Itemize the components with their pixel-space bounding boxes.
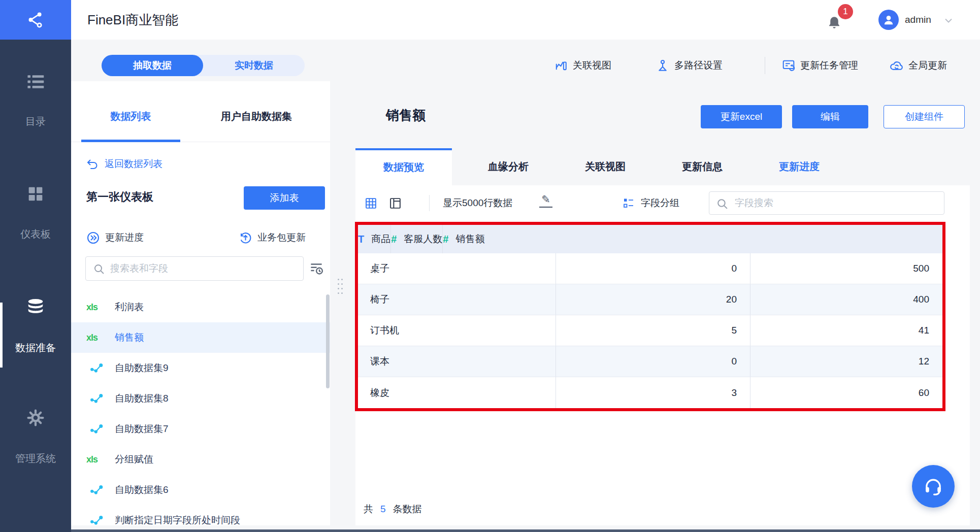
add-table-button[interactable]: 添加表: [244, 186, 325, 210]
customer-service-button[interactable]: [912, 465, 955, 508]
list-item[interactable]: xls 自助数据集9: [71, 353, 330, 383]
action-label: 全局更新: [908, 59, 947, 72]
headset-icon: [923, 476, 944, 497]
window-bottom-edge: [71, 529, 980, 532]
cloud-refresh-icon: [890, 59, 903, 73]
dataset-icon: [86, 515, 107, 525]
multipath-icon: [656, 59, 669, 72]
table-row: 课本 0 12: [358, 346, 942, 377]
tab-label: 数据预览: [383, 161, 424, 173]
package-update-icon: [239, 231, 252, 245]
detail-tab[interactable]: 数据预览: [355, 148, 452, 185]
list-item[interactable]: xls 自助数据集6: [71, 475, 330, 505]
row-limit-label: 显示5000行数据: [443, 191, 512, 215]
back-link-label: 返回数据列表: [105, 157, 162, 171]
gear-icon: [27, 409, 44, 426]
database-icon: [26, 298, 45, 316]
sidebar-item-data-prep[interactable]: 数据准备: [0, 298, 71, 355]
grid-view-icon[interactable]: [365, 197, 377, 212]
field-type-icon: #: [391, 234, 397, 245]
tab-data-list[interactable]: 数据列表: [84, 102, 178, 142]
table-row: 桌子 0 500: [358, 253, 942, 284]
xls-file-icon: xls: [86, 332, 107, 343]
update-excel-button[interactable]: 更新excel: [701, 105, 782, 128]
table-row: 订书机 5 41: [358, 315, 942, 346]
app-logo[interactable]: [0, 0, 71, 40]
global-update-action[interactable]: 全局更新: [890, 55, 947, 76]
table-name: 自助数据集8: [115, 392, 169, 405]
panel-resize-handle[interactable]: [337, 278, 343, 295]
column-header[interactable]: T 商品: [358, 225, 391, 253]
tab-extract-data[interactable]: 抽取数据: [102, 55, 203, 76]
detail-tab[interactable]: 更新进度: [759, 148, 840, 185]
sidebar-item-admin[interactable]: 管理系统: [0, 409, 71, 466]
user-name[interactable]: admin: [905, 0, 931, 40]
column-header[interactable]: # 客服人数: [391, 225, 443, 253]
table-row: 橡皮 3 60: [358, 377, 942, 408]
column-header[interactable]: # 销售额: [443, 225, 484, 253]
linked-view-action[interactable]: 关联视图: [554, 55, 611, 76]
multipath-settings-action[interactable]: 多路径设置: [656, 55, 723, 76]
update-progress-label: 更新进度: [105, 231, 144, 244]
xls-file-icon: xls: [86, 302, 107, 313]
list-item[interactable]: xls 自助数据集8: [71, 383, 330, 414]
update-progress-icon: [86, 231, 100, 245]
create-component-button[interactable]: 创建组件: [884, 105, 965, 128]
package-update-label: 业务包更新: [257, 231, 306, 244]
detail-tab[interactable]: 更新信息: [662, 148, 743, 185]
edit-button[interactable]: 编辑: [792, 105, 868, 128]
sidebar-item-label: 目录: [0, 115, 71, 128]
action-label: 多路径设置: [674, 59, 723, 72]
grid-icon: [27, 186, 44, 202]
table-search-input[interactable]: [110, 257, 298, 280]
field-type-icon: #: [443, 234, 448, 245]
active-nav-indicator: [0, 303, 3, 368]
detail-tab[interactable]: 关联视图: [565, 148, 646, 185]
cell-service-count: 20: [556, 284, 750, 315]
package-update-link[interactable]: 业务包更新: [239, 227, 306, 248]
summary-suffix: 条数据: [393, 504, 422, 514]
field-group-button[interactable]: 字段分组: [623, 191, 679, 215]
dataset-icon: [86, 362, 107, 374]
detail-tab[interactable]: 血缘分析: [468, 148, 549, 185]
user-icon: [882, 13, 895, 26]
avatar[interactable]: [878, 10, 899, 30]
sidebar-item-dashboard[interactable]: 仪表板: [0, 186, 71, 241]
summary-prefix: 共: [364, 504, 373, 514]
divider: [429, 195, 430, 211]
tab-label: 更新进度: [779, 161, 820, 172]
data-mode-switch: 抽取数据 实时数据: [102, 55, 305, 76]
tab-realtime-data[interactable]: 实时数据: [203, 55, 305, 76]
list-scrollbar[interactable]: [326, 294, 330, 388]
app-title: FineBI商业智能: [87, 0, 178, 40]
freeze-column-icon[interactable]: [389, 197, 402, 212]
back-to-data-list-link[interactable]: 返回数据列表: [86, 152, 162, 176]
cell-product: 橡皮: [358, 377, 556, 408]
list-item[interactable]: xls 销售额: [71, 322, 330, 353]
sidebar-item-label: 仪表板: [0, 227, 71, 241]
filter-history-icon[interactable]: [309, 260, 324, 278]
cell-sales: 500: [750, 253, 942, 284]
sidebar-item-catalog[interactable]: 目录: [0, 74, 71, 128]
field-type-icon: T: [358, 234, 364, 245]
update-progress-link[interactable]: 更新进度: [86, 227, 144, 248]
list-item[interactable]: xls 分组赋值: [71, 444, 330, 475]
tab-self-service-datasets[interactable]: 用户自助数据集: [190, 102, 322, 142]
table-name: 销售额: [115, 331, 144, 344]
update-task-manager-action[interactable]: 更新任务管理: [782, 55, 858, 76]
package-title: 第一张仪表板: [86, 189, 153, 205]
table-body: 桌子 0 500 椅子 20 400 订书机 5 41 课本: [358, 253, 942, 408]
list-item[interactable]: xls 自助数据集7: [71, 414, 330, 444]
field-search-input[interactable]: [735, 192, 938, 214]
list-item[interactable]: xls 利润表: [71, 292, 330, 322]
chevron-down-icon[interactable]: [942, 14, 955, 28]
cell-sales: 41: [750, 315, 942, 346]
data-list-panel: 数据列表 用户自助数据集 返回数据列表 第一张仪表板 添加表 更新进度 业务包更…: [71, 81, 330, 525]
table-header-row: T 商品 # 客服人数 # 销售额: [358, 225, 942, 253]
row-count-summary: 共5条数据: [364, 502, 422, 517]
list-item[interactable]: xls 判断指定日期字段所处时间段: [71, 505, 330, 525]
edit-row-limit-icon[interactable]: ✎: [539, 193, 552, 208]
detail-tabs: 数据预览 血缘分析 关联视图 更新信息 更新进度: [355, 148, 840, 185]
field-group-label: 字段分组: [641, 196, 679, 210]
table-name: 利润表: [115, 301, 144, 314]
